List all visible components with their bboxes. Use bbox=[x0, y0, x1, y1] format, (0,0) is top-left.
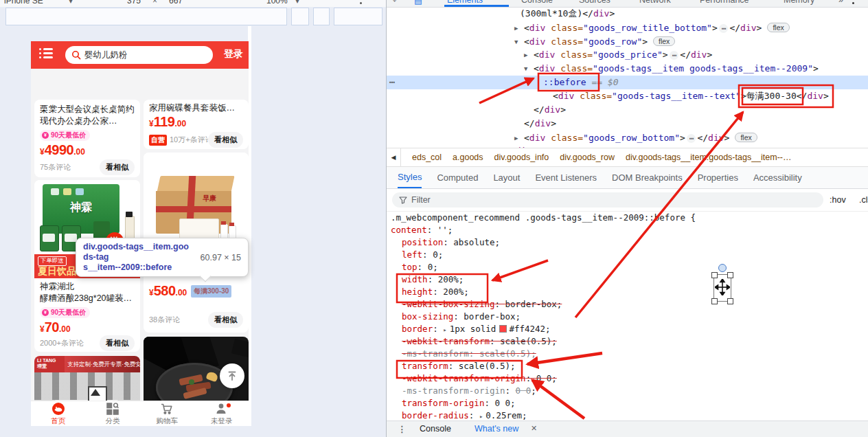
resize-handle[interactable] bbox=[711, 272, 718, 278]
tab-computed[interactable]: Computed bbox=[437, 167, 478, 188]
elements-tree-row[interactable]: </div> bbox=[387, 103, 868, 117]
expand-arrow-icon[interactable]: ▶ bbox=[514, 21, 524, 35]
css-property-value[interactable]: border-box bbox=[505, 299, 557, 309]
drawer-menu-icon[interactable]: ⋮ bbox=[398, 424, 407, 434]
product-card[interactable]: 栗棠大型会议桌长桌简约现代办公桌办公家… ¥90天最低价 ¥4990.00 75… bbox=[34, 100, 140, 177]
css-property-value[interactable]: absolute bbox=[453, 237, 494, 247]
nav-account[interactable]: 未登录 bbox=[194, 401, 249, 426]
see-similar-button[interactable]: 看相似 bbox=[208, 132, 243, 148]
elements-tree-row[interactable]: ▼<div class="goods-tags__item goods-tags… bbox=[387, 62, 868, 76]
css-property-name[interactable]: -webkit-transform bbox=[402, 336, 490, 346]
css-property-row[interactable]: transform-origin: 0 0; bbox=[387, 397, 868, 410]
css-property-name[interactable]: top bbox=[402, 262, 418, 272]
css-property-row[interactable]: border-radius: ▸0.25rem; bbox=[387, 410, 868, 421]
tab-elements[interactable]: Elements bbox=[447, 0, 483, 5]
product-card[interactable]: 家用碗碟餐具套装饭… ¥119.00 自营 10万+条评论 看相似 bbox=[144, 100, 249, 149]
device-select[interactable]: iPhone SE bbox=[4, 0, 43, 5]
expand-arrow-icon[interactable]: ▶ bbox=[524, 48, 534, 62]
tab-layout[interactable]: Layout bbox=[493, 167, 520, 188]
breadcrumb-item[interactable]: div.goods_info bbox=[494, 153, 549, 162]
expand-arrow-icon[interactable]: ▸ bbox=[443, 326, 446, 333]
tab-event-listeners[interactable]: Event Listeners bbox=[535, 167, 597, 188]
css-property-row[interactable]: height: 200%; bbox=[387, 286, 868, 298]
tab-dom-breakpoints[interactable]: DOM Breakpoints bbox=[612, 167, 683, 188]
css-property-row[interactable]: width: 200%; bbox=[387, 273, 868, 286]
device-select-caret-icon[interactable]: ▾ bbox=[69, 0, 73, 5]
css-property-row[interactable]: position: absolute; bbox=[387, 236, 868, 249]
see-similar-button[interactable]: 看相似 bbox=[100, 159, 135, 175]
annotation-widget[interactable] bbox=[711, 264, 739, 305]
elements-tree-row[interactable]: (300ml*10盒)</div> bbox=[387, 7, 868, 21]
see-similar-button[interactable]: 看相似 bbox=[208, 312, 243, 328]
css-property-name[interactable]: border-radius bbox=[402, 410, 469, 421]
css-property-value[interactable]: scale(0.5) bbox=[479, 348, 531, 359]
drawer-tab-console[interactable]: Console bbox=[420, 424, 451, 434]
css-property-name[interactable]: box-sizing bbox=[402, 311, 453, 322]
css-property-row[interactable]: -webkit-transform: scale(0.5); bbox=[387, 335, 868, 348]
viewport-width[interactable]: 375 bbox=[127, 0, 141, 5]
css-property-row[interactable]: top: 0; bbox=[387, 261, 868, 273]
breadcrumb-item[interactable]: eds_col bbox=[412, 153, 442, 162]
tab-network[interactable]: Network bbox=[639, 0, 671, 5]
css-property-row[interactable]: left: 0; bbox=[387, 249, 868, 261]
toggle-classes-button[interactable]: .cls bbox=[859, 195, 868, 205]
elements-tree-row[interactable]: ▶<div class="goods_row_title_bottom">⋯</… bbox=[387, 21, 868, 34]
drawer-tab-whats-new[interactable]: What's new bbox=[475, 424, 518, 434]
css-property-value[interactable]: scale(0.5) bbox=[500, 336, 551, 346]
css-property-name[interactable]: -ms-transform bbox=[402, 348, 469, 359]
tab-performance[interactable]: Performance bbox=[700, 0, 749, 5]
css-property-value[interactable]: 0 bbox=[433, 249, 438, 260]
collapsed-content-icon[interactable]: ⋯ bbox=[670, 51, 679, 60]
css-property-row[interactable]: transform: scale(0.5); bbox=[387, 360, 868, 372]
css-property-row[interactable]: -ms-transform: scale(0.5); bbox=[387, 348, 868, 360]
css-property-name[interactable]: width bbox=[402, 274, 428, 284]
inspect-cursor-icon[interactable]: ⌖ bbox=[392, 0, 397, 5]
css-property-value[interactable]: scale(0.5) bbox=[459, 361, 510, 371]
flex-badge[interactable]: flex bbox=[653, 36, 675, 46]
css-property-value[interactable]: 200% bbox=[443, 287, 464, 297]
css-property-name[interactable]: content bbox=[391, 225, 427, 235]
css-property-value[interactable]: 200% bbox=[438, 274, 459, 284]
more-tabs-chevron[interactable]: » bbox=[838, 0, 843, 5]
css-property-name[interactable]: -webkit-box-sizing bbox=[402, 299, 494, 309]
elements-tree-row[interactable]: ▶<div class="goods_price">⋯</div> bbox=[387, 48, 868, 62]
login-button[interactable]: 登录 bbox=[224, 48, 243, 60]
tab-memory[interactable]: Memory bbox=[784, 0, 814, 5]
breadcrumb-item[interactable]: div.goods_row bbox=[560, 153, 615, 162]
viewport-height[interactable]: 667 bbox=[169, 0, 183, 5]
breadcrumb-back-button[interactable]: ◀ bbox=[387, 148, 401, 166]
device-toggle-icon[interactable]: ▤ bbox=[414, 0, 422, 5]
tab-sources[interactable]: Sources bbox=[579, 0, 610, 5]
breadcrumb-item[interactable]: a.goods bbox=[453, 153, 483, 162]
elements-tree-row[interactable]: </div> bbox=[387, 117, 868, 131]
css-property-row[interactable]: -ms-transform-origin: 0 0; bbox=[387, 385, 868, 397]
devtools-menu-dot-icon[interactable] bbox=[852, 2, 854, 4]
toolbar-menu-dot-icon[interactable] bbox=[360, 2, 362, 4]
expand-arrow-icon[interactable]: ▼ bbox=[514, 35, 524, 49]
back-to-top-button[interactable] bbox=[220, 363, 244, 388]
css-property-value[interactable]: 1px solid bbox=[450, 324, 496, 334]
css-property-value[interactable]: '' bbox=[437, 225, 448, 235]
resize-handle[interactable] bbox=[711, 298, 718, 304]
tab-properties[interactable]: Properties bbox=[698, 167, 738, 188]
css-property-name[interactable]: transform bbox=[402, 361, 448, 371]
flex-badge[interactable]: flex bbox=[767, 23, 789, 32]
css-property-value[interactable]: 0 0 bbox=[536, 373, 552, 383]
breadcrumb-item[interactable]: div.goods-tags__item.goods-tags__item--… bbox=[626, 153, 792, 162]
css-property-name[interactable]: -ms-transform-origin bbox=[402, 385, 505, 396]
css-property-name[interactable]: transform-origin bbox=[402, 398, 484, 408]
widget-handle-icon[interactable] bbox=[718, 264, 727, 272]
css-property-name[interactable]: -webkit-transform-origin bbox=[402, 373, 526, 383]
css-property-value[interactable]: #ff4242 bbox=[509, 324, 545, 334]
color-swatch[interactable] bbox=[499, 325, 507, 333]
expand-arrow-icon[interactable]: ▼ bbox=[524, 62, 534, 76]
nav-cart[interactable]: 购物车 bbox=[140, 401, 194, 426]
css-property-name[interactable]: left bbox=[402, 249, 422, 260]
collapsed-content-icon[interactable]: ⋯ bbox=[719, 24, 729, 33]
expand-arrow-icon[interactable]: ▶ bbox=[514, 131, 524, 145]
css-property-value[interactable]: 0 bbox=[428, 262, 433, 272]
css-property-name[interactable]: border bbox=[402, 324, 433, 334]
toggle-hover-state-button[interactable]: :hov bbox=[830, 195, 846, 205]
nav-categories[interactable]: 分类 bbox=[85, 401, 139, 426]
css-property-value[interactable]: 0.25rem bbox=[486, 410, 522, 421]
